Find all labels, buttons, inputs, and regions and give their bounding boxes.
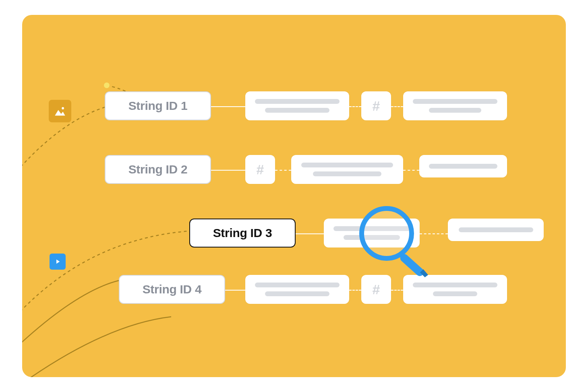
row-1: String ID 1 #	[22, 91, 566, 122]
string-id-label: String ID 4	[119, 275, 225, 304]
play-icon	[50, 254, 66, 270]
diagram-canvas: String ID 1 # String ID 2 #	[22, 15, 566, 377]
svg-rect-3	[399, 252, 426, 278]
placeholder-block	[291, 155, 403, 184]
hash-pill: #	[361, 91, 391, 120]
svg-point-0	[104, 83, 110, 88]
string-id-label: String ID 3	[189, 219, 296, 248]
placeholder-block	[419, 155, 507, 177]
string-id-label: String ID 2	[105, 155, 211, 184]
row-2: String ID 2 #	[22, 155, 566, 186]
connector-arcs	[22, 15, 566, 377]
row-3: String ID 3	[22, 219, 566, 249]
hash-pill: #	[245, 155, 275, 184]
hash-pill: #	[361, 275, 391, 304]
placeholder-block	[403, 91, 507, 120]
placeholder-block	[324, 219, 420, 248]
placeholder-block	[403, 275, 507, 304]
placeholder-block	[245, 91, 349, 120]
placeholder-block	[245, 275, 349, 304]
placeholder-block	[448, 219, 544, 241]
row-4: String ID 4 #	[22, 275, 566, 305]
string-id-label: String ID 1	[105, 91, 211, 120]
